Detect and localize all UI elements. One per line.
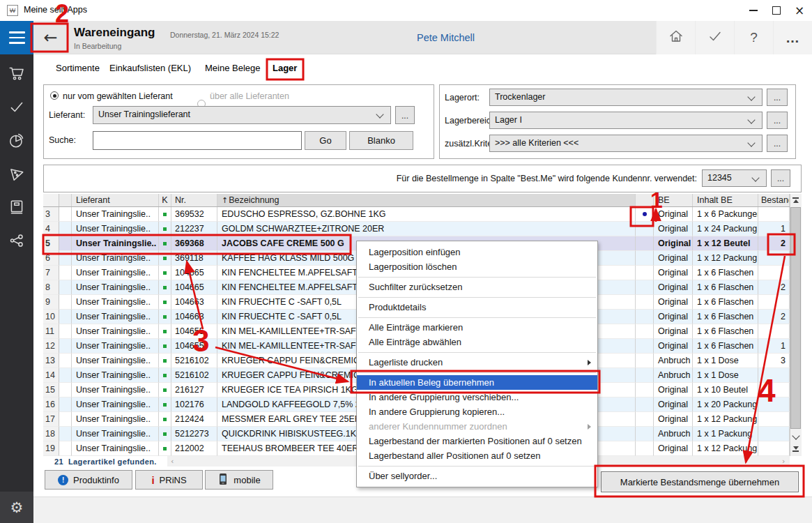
cell-marker <box>636 441 654 456</box>
context-menu-item[interactable]: Über sellyorder... <box>357 469 597 483</box>
scroll-down-button[interactable] <box>790 430 802 442</box>
tab-sortimente[interactable]: Sortimente <box>56 63 100 73</box>
back-button[interactable]: ← <box>33 23 68 52</box>
blanko-button[interactable]: Blanko <box>349 131 413 150</box>
header-bezeichnung[interactable]: ↑Bezeichnung <box>217 194 636 206</box>
context-menu-item[interactable]: Lagerposition einfügen <box>357 245 597 259</box>
table-row[interactable]: 3 Unser Trainingslie.. 369532 EDUSCHO ES… <box>43 207 790 222</box>
context-menu-item[interactable]: Produktdetails <box>357 300 597 314</box>
home-button[interactable] <box>656 21 695 54</box>
row-number: 16 <box>43 397 59 412</box>
kundennr-more-button[interactable]: ... <box>771 169 790 187</box>
kundennr-dropdown[interactable]: 12345 <box>702 169 767 187</box>
close-button[interactable]: × <box>788 0 811 21</box>
cell-be: Original <box>654 383 693 397</box>
kriterien-dropdown[interactable]: >>> alle Kriterien <<< <box>489 135 763 152</box>
minimize-button[interactable] <box>742 0 765 21</box>
kriterien-more-button[interactable]: ... <box>767 135 788 152</box>
k-marker-icon <box>163 403 167 407</box>
vertical-scrollbar-thumb[interactable] <box>790 207 801 429</box>
row-select-cell <box>59 207 72 222</box>
cell-k <box>159 441 171 456</box>
lieferant-label: Lieferant: <box>49 110 85 120</box>
lagerbereich-dropdown[interactable]: Lager I <box>489 112 763 129</box>
context-menu-item[interactable]: In andere Gruppierung verschieben... <box>357 390 597 404</box>
menu-item-label: Suchfilter zurücksetzen <box>369 282 462 292</box>
context-menu-item[interactable]: Lagerposition löschen <box>357 259 597 274</box>
ellipsis-icon: … <box>786 30 800 46</box>
cell-be: Original <box>654 222 693 236</box>
sidebar-item-tasks[interactable] <box>0 93 33 123</box>
lagerort-dropdown[interactable]: Trockenlager <box>489 89 763 106</box>
cell-be: Original <box>654 266 693 280</box>
row-select-cell <box>59 280 72 295</box>
row-select-cell <box>59 354 72 368</box>
radio-selected-supplier[interactable] <box>50 91 59 100</box>
sidebar-item-cart[interactable] <box>0 59 33 90</box>
more-options-button[interactable]: … <box>773 21 812 54</box>
cell-bestand <box>758 383 790 397</box>
context-menu-item[interactable]: Alle Einträge abwählen <box>357 335 597 349</box>
check-icon <box>8 98 26 119</box>
tab-meine-belege[interactable]: Meine Belege <box>205 63 261 73</box>
row-number: 11 <box>43 324 59 339</box>
search-input[interactable] <box>93 131 302 150</box>
menu-item-label: anderer Kundennummer zuordnen <box>369 421 507 432</box>
uebernehmen-button[interactable]: Markierte Bestandsmenge übernehmen <box>601 471 799 492</box>
prins-button[interactable]: i PRiNS <box>135 470 203 490</box>
header-bestand[interactable]: Bestand <box>758 194 790 206</box>
produktinfo-button[interactable]: ! Produktinfo <box>45 470 132 490</box>
lagerbereich-more-button[interactable]: ... <box>767 112 788 129</box>
context-menu-item[interactable]: Lagerliste drucken <box>357 355 597 370</box>
k-marker-icon <box>163 432 167 436</box>
lieferant-dropdown[interactable]: Unser Trainingslieferant <box>93 106 391 124</box>
sidebar-item-statistics[interactable] <box>0 126 33 157</box>
header-be[interactable]: BE <box>654 194 693 206</box>
context-menu-item[interactable]: Suchfilter zurücksetzen <box>357 280 597 294</box>
scroll-bottom-button[interactable] <box>790 443 802 455</box>
tab-einkaufslisten[interactable]: Einkaufslisten (EKL) <box>109 63 191 73</box>
chevron-down-icon <box>747 139 755 146</box>
cell-inhalt-be: 1 x 10 Beutel <box>693 383 758 397</box>
menu-separator <box>357 294 597 300</box>
sidebar-item-share[interactable] <box>0 227 33 257</box>
k-marker-icon <box>163 227 167 231</box>
scroll-right-icon[interactable]: › <box>782 457 785 466</box>
row-number: 9 <box>43 295 59 310</box>
cell-nr: 5212273 <box>171 427 217 441</box>
lieferant-more-button[interactable]: ... <box>395 106 415 124</box>
sidebar-item-pizza[interactable] <box>0 160 33 190</box>
context-menu-item[interactable]: anderer Kundennummer zuordnen <box>357 419 597 434</box>
confirm-button[interactable] <box>695 21 734 54</box>
sidebar-item-catalog[interactable] <box>0 193 33 224</box>
radio-all-suppliers-label: über alle Lieferanten <box>210 91 289 101</box>
header-k[interactable]: K <box>159 194 171 206</box>
context-menu-item[interactable]: In aktuellen Beleg übernehmen <box>357 375 597 390</box>
table-row[interactable]: 4 Unser Trainingslie.. 212237 GOLDM SCHW… <box>43 222 790 236</box>
cell-nr: 104665 <box>171 266 217 280</box>
context-menu-item[interactable]: Lagerbestand aller Positionen auf 0 setz… <box>357 448 597 463</box>
maximize-button[interactable] <box>765 0 788 21</box>
row-select-cell <box>59 266 72 280</box>
header-nr[interactable]: Nr. <box>171 194 217 206</box>
footer-strip <box>33 497 812 523</box>
gear-icon[interactable]: ⚙ <box>10 499 24 516</box>
header-lieferant[interactable]: Lieferant <box>72 194 159 206</box>
go-button[interactable]: Go <box>305 131 346 150</box>
help-button[interactable]: ? <box>734 21 773 54</box>
context-menu-item[interactable]: In andere Gruppierung kopieren... <box>357 404 597 419</box>
context-menu-item[interactable]: Lagerbestand der markierten Positionen a… <box>357 434 597 448</box>
context-menu-item[interactable]: Alle Einträge markieren <box>357 320 597 335</box>
row-select-cell <box>59 236 72 251</box>
header-inhalt-be[interactable]: Inhalt BE <box>693 194 758 206</box>
scroll-left-icon[interactable]: ‹ <box>171 457 174 466</box>
hamburger-menu-button[interactable] <box>0 21 33 54</box>
tab-lager[interactable]: Lager <box>273 63 297 73</box>
cell-lieferant: Unser Trainingslie.. <box>72 222 159 236</box>
cell-bestand: 3 <box>758 354 790 368</box>
lagerort-more-button[interactable]: ... <box>767 89 788 106</box>
menu-separator <box>357 314 597 320</box>
scroll-top-button[interactable] <box>790 194 802 206</box>
cell-inhalt-be: 1 x 6 Flaschen <box>693 339 758 354</box>
mobile-button[interactable]: mobile <box>205 470 273 490</box>
